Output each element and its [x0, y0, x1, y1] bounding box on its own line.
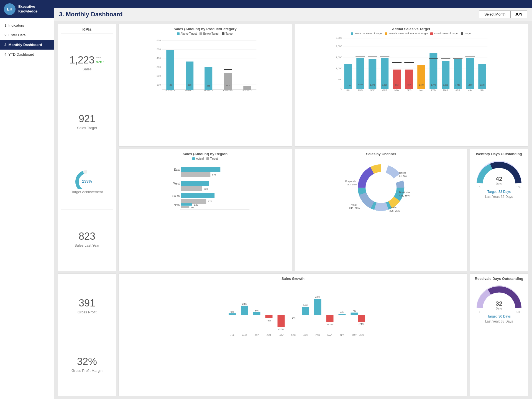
svg-text:49%: 49% [315, 296, 320, 298]
svg-text:4%: 4% [340, 311, 344, 313]
kpi-sales-block: 1,223 YoY 49% ↑ Sales [61, 34, 113, 92]
svg-text:MAY: MAY [352, 334, 357, 336]
svg-text:Days: Days [496, 182, 502, 185]
sales-by-region-card: Sales (Amount) by Region Actual Target 4… [118, 149, 292, 272]
kpi-target-label: Sales Target [77, 126, 97, 130]
svg-rect-69 [429, 58, 438, 59]
sales-region-title: Sales (Amount) by Region [121, 152, 289, 156]
svg-rect-81 [477, 61, 487, 61]
svg-text:32: 32 [496, 300, 502, 307]
svg-text:276: 276 [208, 200, 212, 203]
svg-text:South: South [172, 195, 180, 198]
actual-vs-target-card: Actual Sales vs Target Actual >= 100% of… [294, 24, 528, 147]
svg-text:245: 245 [207, 85, 211, 87]
sidebar-item-monthly-dashboard[interactable]: 3. Monthly Dashboard [0, 40, 54, 50]
svg-text:1,190: 1,190 [419, 84, 424, 86]
svg-text:306, 25%: 306, 25% [389, 209, 400, 212]
sidebar-item-indicators[interactable]: 1. Indicators [0, 21, 54, 30]
sales-region-legend: Actual Target [121, 157, 289, 160]
svg-text:7%: 7% [352, 310, 356, 312]
inventory-target: Target: 33 Days [487, 190, 511, 194]
svg-text:1,225: 1,225 [480, 84, 485, 86]
svg-rect-149 [314, 299, 321, 315]
svg-rect-57 [380, 57, 389, 57]
svg-text:42: 42 [496, 175, 502, 182]
svg-rect-139 [253, 312, 260, 315]
kpi-yoy-value: 49% ↑ [96, 60, 105, 63]
sales-growth-card: Sales Growth 5% 28% 8% -9% [118, 273, 468, 396]
svg-text:1,475: 1,475 [370, 84, 375, 86]
svg-rect-67 [429, 53, 437, 89]
kpi-sales-value: 1,223 [70, 54, 94, 66]
svg-text:0: 0 [479, 186, 480, 189]
svg-text:24%: 24% [303, 304, 308, 307]
kpis-card: KPIs 1,223 YoY 49% ↑ Sales 921 Sales Tar… [58, 24, 116, 271]
svg-text:MAR: MAR [328, 334, 332, 336]
kpi-achievement-label: Target Achievement [71, 190, 103, 194]
svg-text:JUL: JUL [230, 334, 234, 336]
sidebar-logo: EK ExecutiveKnowledge [0, 0, 54, 18]
svg-text:OCT: OCT [382, 89, 387, 91]
svg-text:122: 122 [194, 203, 198, 206]
gross-margin-label: Gross Profit Margin [71, 369, 103, 373]
svg-rect-97 [181, 172, 210, 177]
svg-text:1,500: 1,500 [336, 56, 342, 59]
dashboard-grid: KPIs 1,223 YoY 49% ↑ Sales 921 Sales Tar… [54, 21, 532, 399]
sales-product-legend: Above Target Below Target Target [121, 32, 289, 35]
select-month-button[interactable]: Select Month [479, 11, 511, 18]
actual-target-chart: 2,500 2,000 1,500 1,000 500 0 1,210 [297, 35, 525, 92]
page-title: 3. Monthly Dashboard [59, 11, 123, 18]
sales-product-title: Sales (Amount) by Product/Category [121, 27, 289, 31]
receivable-target: Target: 30 Days [487, 314, 511, 318]
svg-rect-137 [241, 306, 248, 315]
svg-text:SEP: SEP [254, 334, 259, 336]
gross-margin-block: 32% Gross Profit Margin [61, 335, 113, 393]
svg-rect-54 [368, 57, 377, 57]
inventory-gauge-svg: 42 Days 0 180 [474, 158, 524, 189]
svg-rect-145 [290, 315, 297, 315]
svg-text:DEC: DEC [406, 89, 411, 91]
svg-rect-95 [181, 167, 220, 172]
svg-text:306: 306 [188, 84, 192, 86]
receivable-lastyear: Last Year: 33 Days [485, 319, 513, 323]
svg-rect-24 [204, 69, 212, 69]
kpi-lastyear-label: Sales Last Year [75, 243, 99, 247]
svg-text:2,000: 2,000 [336, 45, 342, 48]
svg-text:400: 400 [157, 57, 161, 60]
svg-rect-157 [358, 315, 365, 322]
logo-icon: EK [4, 3, 16, 15]
svg-text:JUN: JUN [359, 334, 364, 336]
svg-rect-147 [302, 307, 309, 315]
kpi-lastyear-value: 823 [79, 231, 95, 242]
kpis-title: KPIs [61, 27, 113, 34]
svg-rect-112 [181, 206, 189, 208]
svg-rect-51 [355, 57, 365, 57]
svg-text:200: 200 [157, 75, 161, 77]
svg-rect-75 [453, 58, 462, 59]
svg-text:1,550: 1,550 [467, 84, 472, 86]
svg-text:245, 20%: 245, 20% [349, 207, 360, 209]
svg-text:1,388: 1,388 [443, 84, 448, 86]
svg-text:1,778: 1,778 [431, 84, 436, 86]
svg-rect-27 [224, 69, 232, 70]
sales-product-chart: 600 500 400 300 200 100 428 [121, 36, 289, 92]
svg-text:Product 4: Product 4 [223, 89, 233, 92]
sales-by-product-card: Sales (Amount) by Product/Category Above… [118, 24, 292, 147]
svg-text:OCT: OCT [267, 334, 271, 336]
svg-text:428: 428 [168, 84, 172, 86]
svg-text:92: 92 [191, 206, 194, 209]
sidebar: EK ExecutiveKnowledge 1. Indicators 2. E… [0, 0, 54, 399]
svg-rect-63 [404, 62, 414, 63]
svg-text:JUN: JUN [480, 89, 484, 91]
receivable-title: Receivale Days Outstanding [475, 277, 523, 281]
kpi-yoy-label: YoY [96, 57, 105, 60]
svg-rect-105 [181, 193, 214, 198]
sidebar-item-ytd-dashboard[interactable]: 4. YTD Dashboard [0, 50, 54, 59]
svg-text:-9%: -9% [267, 319, 271, 322]
sidebar-item-enter-data[interactable]: 2. Enter Data [0, 30, 54, 40]
svg-text:1,210: 1,210 [346, 85, 351, 86]
svg-rect-102 [181, 186, 202, 191]
svg-text:FEB: FEB [316, 334, 320, 336]
svg-text:5%: 5% [231, 310, 234, 313]
svg-text:0: 0 [479, 311, 480, 313]
